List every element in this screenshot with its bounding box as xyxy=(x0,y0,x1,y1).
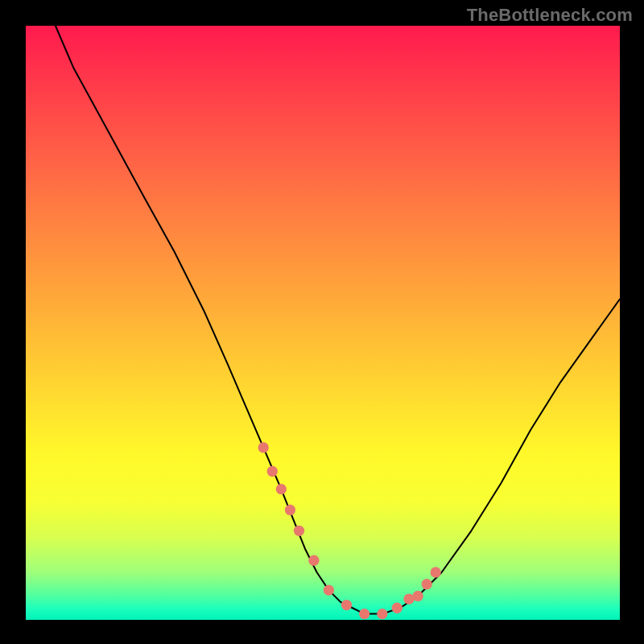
marker-dot xyxy=(308,555,319,566)
chart-svg xyxy=(26,26,620,620)
marker-dot xyxy=(276,484,287,494)
marker-dot xyxy=(324,584,334,595)
marker-dot xyxy=(377,609,387,619)
marker-dot xyxy=(431,567,441,577)
marker-dot xyxy=(258,442,269,452)
marker-dot xyxy=(341,600,352,610)
marker-dot xyxy=(412,591,423,601)
marker-dot xyxy=(422,579,432,589)
chart-curve xyxy=(56,26,620,614)
marker-dot xyxy=(285,505,295,515)
marker-dot xyxy=(359,609,369,619)
marker-dot xyxy=(294,526,304,536)
marker-dot xyxy=(267,466,278,477)
chart-markers xyxy=(258,442,441,619)
marker-dot xyxy=(392,603,402,613)
watermark-label: TheBottleneck.com xyxy=(467,5,633,26)
chart-plot-area xyxy=(26,26,620,620)
